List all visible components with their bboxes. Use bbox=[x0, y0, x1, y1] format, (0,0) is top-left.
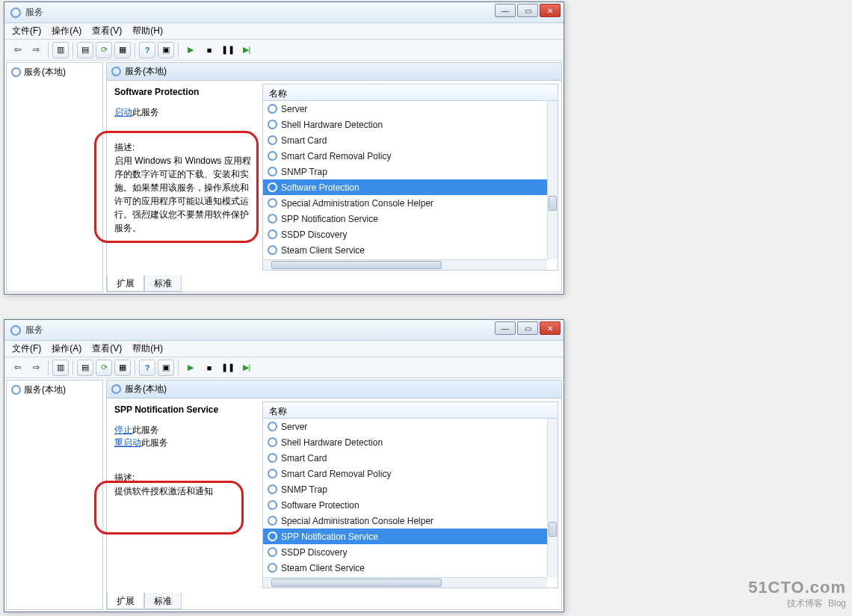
gear-icon bbox=[110, 65, 123, 78]
tree-item-services[interactable]: 服务(本地) bbox=[7, 63, 102, 81]
list-item[interactable]: Shell Hardware Detection bbox=[263, 434, 547, 450]
start-link[interactable]: 启动 bbox=[114, 107, 132, 117]
list-button[interactable]: ▤ bbox=[77, 42, 93, 58]
titlebar[interactable]: 服务 — ▭ ✕ bbox=[4, 2, 564, 23]
pause-button[interactable]: ❚❚ bbox=[220, 360, 236, 376]
watermark: 51CTO.com 技术博客 Blog bbox=[748, 578, 846, 610]
start-button[interactable]: ▶ bbox=[182, 360, 199, 376]
back-button[interactable]: ⇦ bbox=[9, 42, 25, 58]
list-item[interactable]: SPP Notification Service bbox=[263, 211, 547, 227]
titlebar[interactable]: 服务 — ▭ ✕ bbox=[4, 320, 564, 341]
toolbar: ⇦ ⇨ ▥ ▤ ⟳ ▦ ? ▣ ▶ ■ ❚❚ ▶| bbox=[4, 40, 564, 61]
menu-help[interactable]: 帮助(H) bbox=[132, 342, 163, 355]
list-item[interactable]: Special Administration Console Helper bbox=[263, 195, 547, 211]
back-button[interactable]: ⇦ bbox=[9, 360, 25, 376]
gear-icon bbox=[266, 561, 279, 574]
list-item-label: Smart Card Removal Policy bbox=[281, 469, 391, 479]
restart-button[interactable]: ▶| bbox=[238, 360, 255, 376]
list-item[interactable]: SNMP Trap bbox=[263, 164, 547, 179]
list-item[interactable]: Server bbox=[263, 101, 547, 117]
list-item-label: SPP Notification Service bbox=[281, 532, 378, 542]
list-item[interactable]: Smart Card bbox=[263, 132, 547, 148]
restart-button[interactable]: ▶| bbox=[238, 42, 255, 58]
menu-view[interactable]: 查看(V) bbox=[92, 25, 122, 37]
list-item[interactable]: SPP Notification Service bbox=[263, 529, 547, 544]
tab-standard[interactable]: 标准 bbox=[144, 275, 182, 292]
menu-action[interactable]: 操作(A) bbox=[52, 342, 81, 355]
tab-standard[interactable]: 标准 bbox=[144, 593, 182, 609]
list-item-label: SNMP Trap bbox=[281, 484, 327, 495]
menu-action[interactable]: 操作(A) bbox=[52, 25, 81, 37]
menu-view[interactable]: 查看(V) bbox=[92, 342, 122, 355]
export-button[interactable]: ▦ bbox=[114, 360, 131, 376]
list-item[interactable]: Special Administration Console Helper bbox=[263, 513, 547, 529]
column-header-name[interactable]: 名称 bbox=[263, 402, 558, 419]
columns-button[interactable]: ▣ bbox=[158, 360, 174, 376]
tree-item-services[interactable]: 服务(本地) bbox=[7, 381, 102, 399]
tab-extended[interactable]: 扩展 bbox=[107, 275, 144, 292]
list-item[interactable]: SNMP Trap bbox=[263, 481, 547, 497]
restart-link[interactable]: 重启动 bbox=[114, 437, 141, 448]
list-item-label: SNMP Trap bbox=[281, 167, 327, 177]
detail-button[interactable]: ▥ bbox=[52, 360, 69, 376]
refresh-button[interactable]: ⟳ bbox=[96, 42, 112, 58]
tree-pane: 服务(本地) bbox=[6, 380, 103, 610]
menu-help[interactable]: 帮助(H) bbox=[132, 25, 163, 37]
menu-file[interactable]: 文件(F) bbox=[12, 25, 41, 37]
detail-button[interactable]: ▥ bbox=[52, 42, 69, 58]
maximize-button[interactable]: ▭ bbox=[517, 321, 538, 335]
refresh-button[interactable]: ⟳ bbox=[96, 360, 112, 376]
gear-icon bbox=[266, 244, 279, 256]
list-item[interactable]: SSDP Discovery bbox=[263, 544, 547, 560]
column-header-name[interactable]: 名称 bbox=[263, 84, 558, 101]
forward-button[interactable]: ⇨ bbox=[28, 360, 44, 376]
stop-button[interactable]: ■ bbox=[201, 42, 217, 58]
list-item-label: SSDP Discovery bbox=[281, 230, 347, 240]
list-item[interactable]: Smart Card bbox=[263, 450, 547, 466]
gear-icon bbox=[266, 499, 279, 511]
list-item[interactable]: Smart Card Removal Policy bbox=[263, 148, 547, 164]
gear-icon bbox=[10, 384, 22, 396]
menu-file[interactable]: 文件(F) bbox=[12, 342, 41, 355]
list-item[interactable]: Software Protection bbox=[263, 497, 547, 513]
list-item[interactable]: Software Protection bbox=[263, 179, 547, 195]
vertical-scrollbar[interactable] bbox=[547, 419, 558, 577]
help-button[interactable]: ? bbox=[139, 360, 155, 376]
stop-button[interactable]: ■ bbox=[201, 360, 217, 376]
list-item[interactable]: Steam Client Service bbox=[263, 242, 547, 258]
pause-button[interactable]: ❚❚ bbox=[220, 42, 236, 58]
list-button[interactable]: ▤ bbox=[77, 360, 93, 376]
gear-icon bbox=[266, 436, 279, 449]
service-list: 名称 ServerShell Hardware DetectionSmart C… bbox=[262, 84, 558, 271]
services-window-1: 服务 — ▭ ✕ 文件(F) 操作(A) 查看(V) 帮助(H) ⇦ ⇨ ▥ ▤… bbox=[4, 1, 564, 295]
export-button[interactable]: ▦ bbox=[114, 42, 131, 58]
info-panel: SPP Notification Service 停止此服务 重启动此服务 描述… bbox=[107, 398, 262, 591]
stop-link[interactable]: 停止 bbox=[114, 425, 132, 435]
minimize-button[interactable]: — bbox=[495, 321, 516, 335]
list-item[interactable]: Smart Card Removal Policy bbox=[263, 466, 547, 481]
close-button[interactable]: ✕ bbox=[540, 4, 561, 17]
minimize-button[interactable]: — bbox=[495, 4, 516, 17]
list-item[interactable]: Server bbox=[263, 419, 547, 434]
list-item-label: Shell Hardware Detection bbox=[281, 437, 383, 448]
gear-icon bbox=[266, 483, 279, 496]
list-item[interactable]: Shell Hardware Detection bbox=[263, 117, 547, 132]
pane-header: 服务(本地) bbox=[125, 65, 167, 78]
forward-button[interactable]: ⇨ bbox=[28, 42, 44, 58]
list-item[interactable]: Steam Client Service bbox=[263, 560, 547, 576]
vertical-scrollbar[interactable] bbox=[547, 101, 558, 259]
service-name: SPP Notification Service bbox=[114, 404, 255, 415]
horizontal-scrollbar[interactable] bbox=[263, 577, 547, 588]
gear-icon bbox=[9, 6, 22, 19]
close-button[interactable]: ✕ bbox=[540, 321, 561, 335]
list-item-label: SPP Notification Service bbox=[281, 214, 378, 224]
tab-extended[interactable]: 扩展 bbox=[107, 593, 144, 609]
help-button[interactable]: ? bbox=[139, 42, 155, 58]
columns-button[interactable]: ▣ bbox=[158, 42, 174, 58]
maximize-button[interactable]: ▭ bbox=[517, 4, 538, 17]
start-button[interactable]: ▶ bbox=[182, 42, 199, 58]
horizontal-scrollbar[interactable] bbox=[263, 259, 547, 270]
gear-icon bbox=[266, 165, 279, 178]
services-window-2: 服务 — ▭ ✕ 文件(F) 操作(A) 查看(V) 帮助(H) ⇦ ⇨ ▥ ▤… bbox=[4, 319, 564, 612]
list-item[interactable]: SSDP Discovery bbox=[263, 227, 547, 242]
